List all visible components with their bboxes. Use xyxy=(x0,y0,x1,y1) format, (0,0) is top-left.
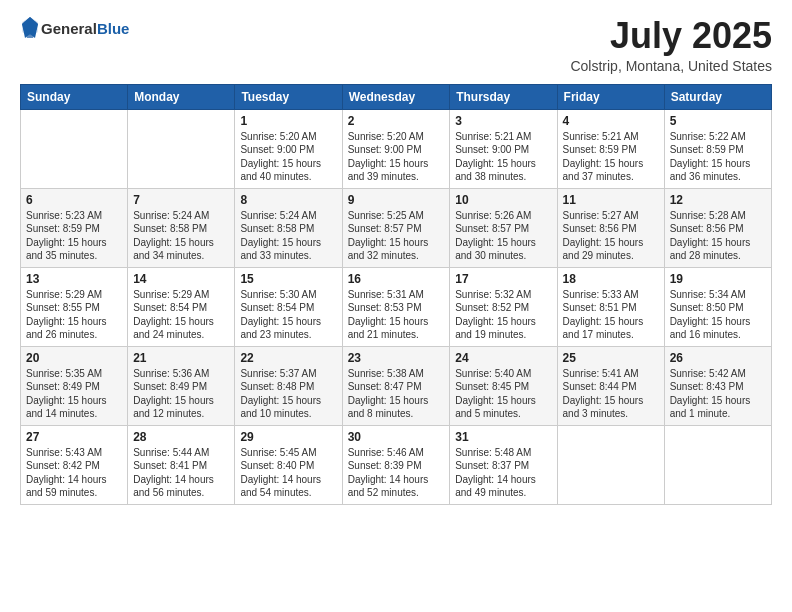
day-number: 26 xyxy=(670,351,766,365)
calendar-cell: 19Sunrise: 5:34 AMSunset: 8:50 PMDayligh… xyxy=(664,267,771,346)
cell-content: Sunrise: 5:45 AMSunset: 8:40 PMDaylight:… xyxy=(240,446,336,500)
day-number: 5 xyxy=(670,114,766,128)
logo-general: General xyxy=(41,20,97,37)
calendar-cell: 24Sunrise: 5:40 AMSunset: 8:45 PMDayligh… xyxy=(450,346,557,425)
day-number: 16 xyxy=(348,272,445,286)
day-number: 30 xyxy=(348,430,445,444)
weekday-header: Saturday xyxy=(664,84,771,109)
cell-content: Sunrise: 5:31 AMSunset: 8:53 PMDaylight:… xyxy=(348,288,445,342)
cell-content: Sunrise: 5:29 AMSunset: 8:55 PMDaylight:… xyxy=(26,288,122,342)
day-number: 28 xyxy=(133,430,229,444)
cell-content: Sunrise: 5:42 AMSunset: 8:43 PMDaylight:… xyxy=(670,367,766,421)
day-number: 24 xyxy=(455,351,551,365)
logo-icon xyxy=(21,16,39,38)
cell-content: Sunrise: 5:37 AMSunset: 8:48 PMDaylight:… xyxy=(240,367,336,421)
cell-content: Sunrise: 5:20 AMSunset: 9:00 PMDaylight:… xyxy=(348,130,445,184)
calendar-table: SundayMondayTuesdayWednesdayThursdayFrid… xyxy=(20,84,772,505)
cell-content: Sunrise: 5:32 AMSunset: 8:52 PMDaylight:… xyxy=(455,288,551,342)
cell-content: Sunrise: 5:46 AMSunset: 8:39 PMDaylight:… xyxy=(348,446,445,500)
calendar-week-row: 13Sunrise: 5:29 AMSunset: 8:55 PMDayligh… xyxy=(21,267,772,346)
day-number: 12 xyxy=(670,193,766,207)
cell-content: Sunrise: 5:41 AMSunset: 8:44 PMDaylight:… xyxy=(563,367,659,421)
calendar-week-row: 1Sunrise: 5:20 AMSunset: 9:00 PMDaylight… xyxy=(21,109,772,188)
header: GeneralBlue July 2025 Colstrip, Montana,… xyxy=(20,16,772,74)
day-number: 21 xyxy=(133,351,229,365)
weekday-header: Thursday xyxy=(450,84,557,109)
calendar-cell: 8Sunrise: 5:24 AMSunset: 8:58 PMDaylight… xyxy=(235,188,342,267)
cell-content: Sunrise: 5:38 AMSunset: 8:47 PMDaylight:… xyxy=(348,367,445,421)
day-number: 1 xyxy=(240,114,336,128)
calendar-cell: 28Sunrise: 5:44 AMSunset: 8:41 PMDayligh… xyxy=(128,425,235,504)
calendar-cell: 22Sunrise: 5:37 AMSunset: 8:48 PMDayligh… xyxy=(235,346,342,425)
day-number: 17 xyxy=(455,272,551,286)
day-number: 29 xyxy=(240,430,336,444)
day-number: 23 xyxy=(348,351,445,365)
day-number: 25 xyxy=(563,351,659,365)
day-number: 7 xyxy=(133,193,229,207)
calendar-cell: 6Sunrise: 5:23 AMSunset: 8:59 PMDaylight… xyxy=(21,188,128,267)
calendar-cell: 9Sunrise: 5:25 AMSunset: 8:57 PMDaylight… xyxy=(342,188,450,267)
day-number: 11 xyxy=(563,193,659,207)
calendar-cell xyxy=(557,425,664,504)
calendar-cell: 3Sunrise: 5:21 AMSunset: 9:00 PMDaylight… xyxy=(450,109,557,188)
day-number: 14 xyxy=(133,272,229,286)
page: GeneralBlue July 2025 Colstrip, Montana,… xyxy=(0,0,792,612)
cell-content: Sunrise: 5:28 AMSunset: 8:56 PMDaylight:… xyxy=(670,209,766,263)
calendar-cell: 27Sunrise: 5:43 AMSunset: 8:42 PMDayligh… xyxy=(21,425,128,504)
day-number: 2 xyxy=(348,114,445,128)
title-block: July 2025 Colstrip, Montana, United Stat… xyxy=(570,16,772,74)
day-number: 13 xyxy=(26,272,122,286)
cell-content: Sunrise: 5:25 AMSunset: 8:57 PMDaylight:… xyxy=(348,209,445,263)
cell-content: Sunrise: 5:40 AMSunset: 8:45 PMDaylight:… xyxy=(455,367,551,421)
calendar-cell: 26Sunrise: 5:42 AMSunset: 8:43 PMDayligh… xyxy=(664,346,771,425)
calendar-cell: 16Sunrise: 5:31 AMSunset: 8:53 PMDayligh… xyxy=(342,267,450,346)
calendar-cell: 29Sunrise: 5:45 AMSunset: 8:40 PMDayligh… xyxy=(235,425,342,504)
calendar-cell: 17Sunrise: 5:32 AMSunset: 8:52 PMDayligh… xyxy=(450,267,557,346)
calendar-cell: 30Sunrise: 5:46 AMSunset: 8:39 PMDayligh… xyxy=(342,425,450,504)
cell-content: Sunrise: 5:30 AMSunset: 8:54 PMDaylight:… xyxy=(240,288,336,342)
month-title: July 2025 xyxy=(570,16,772,56)
calendar-cell: 15Sunrise: 5:30 AMSunset: 8:54 PMDayligh… xyxy=(235,267,342,346)
calendar-cell: 2Sunrise: 5:20 AMSunset: 9:00 PMDaylight… xyxy=(342,109,450,188)
day-number: 10 xyxy=(455,193,551,207)
cell-content: Sunrise: 5:29 AMSunset: 8:54 PMDaylight:… xyxy=(133,288,229,342)
logo-block xyxy=(20,16,39,42)
calendar-cell: 10Sunrise: 5:26 AMSunset: 8:57 PMDayligh… xyxy=(450,188,557,267)
cell-content: Sunrise: 5:22 AMSunset: 8:59 PMDaylight:… xyxy=(670,130,766,184)
cell-content: Sunrise: 5:43 AMSunset: 8:42 PMDaylight:… xyxy=(26,446,122,500)
day-number: 20 xyxy=(26,351,122,365)
weekday-header: Monday xyxy=(128,84,235,109)
calendar-cell: 11Sunrise: 5:27 AMSunset: 8:56 PMDayligh… xyxy=(557,188,664,267)
calendar-cell xyxy=(128,109,235,188)
cell-content: Sunrise: 5:21 AMSunset: 8:59 PMDaylight:… xyxy=(563,130,659,184)
weekday-header: Sunday xyxy=(21,84,128,109)
calendar-cell: 5Sunrise: 5:22 AMSunset: 8:59 PMDaylight… xyxy=(664,109,771,188)
calendar-week-row: 27Sunrise: 5:43 AMSunset: 8:42 PMDayligh… xyxy=(21,425,772,504)
cell-content: Sunrise: 5:35 AMSunset: 8:49 PMDaylight:… xyxy=(26,367,122,421)
cell-content: Sunrise: 5:24 AMSunset: 8:58 PMDaylight:… xyxy=(240,209,336,263)
day-number: 19 xyxy=(670,272,766,286)
location: Colstrip, Montana, United States xyxy=(570,58,772,74)
logo-blue: Blue xyxy=(97,20,130,37)
cell-content: Sunrise: 5:36 AMSunset: 8:49 PMDaylight:… xyxy=(133,367,229,421)
day-number: 22 xyxy=(240,351,336,365)
day-number: 6 xyxy=(26,193,122,207)
day-number: 9 xyxy=(348,193,445,207)
calendar-week-row: 6Sunrise: 5:23 AMSunset: 8:59 PMDaylight… xyxy=(21,188,772,267)
calendar-cell xyxy=(21,109,128,188)
calendar-cell: 12Sunrise: 5:28 AMSunset: 8:56 PMDayligh… xyxy=(664,188,771,267)
calendar-header-row: SundayMondayTuesdayWednesdayThursdayFrid… xyxy=(21,84,772,109)
day-number: 31 xyxy=(455,430,551,444)
weekday-header: Wednesday xyxy=(342,84,450,109)
cell-content: Sunrise: 5:33 AMSunset: 8:51 PMDaylight:… xyxy=(563,288,659,342)
calendar-cell: 31Sunrise: 5:48 AMSunset: 8:37 PMDayligh… xyxy=(450,425,557,504)
logo-text-block: GeneralBlue xyxy=(41,20,129,38)
calendar-cell: 13Sunrise: 5:29 AMSunset: 8:55 PMDayligh… xyxy=(21,267,128,346)
calendar-cell: 21Sunrise: 5:36 AMSunset: 8:49 PMDayligh… xyxy=(128,346,235,425)
cell-content: Sunrise: 5:34 AMSunset: 8:50 PMDaylight:… xyxy=(670,288,766,342)
calendar-cell: 18Sunrise: 5:33 AMSunset: 8:51 PMDayligh… xyxy=(557,267,664,346)
calendar-week-row: 20Sunrise: 5:35 AMSunset: 8:49 PMDayligh… xyxy=(21,346,772,425)
cell-content: Sunrise: 5:48 AMSunset: 8:37 PMDaylight:… xyxy=(455,446,551,500)
logo: GeneralBlue xyxy=(20,16,129,42)
day-number: 8 xyxy=(240,193,336,207)
